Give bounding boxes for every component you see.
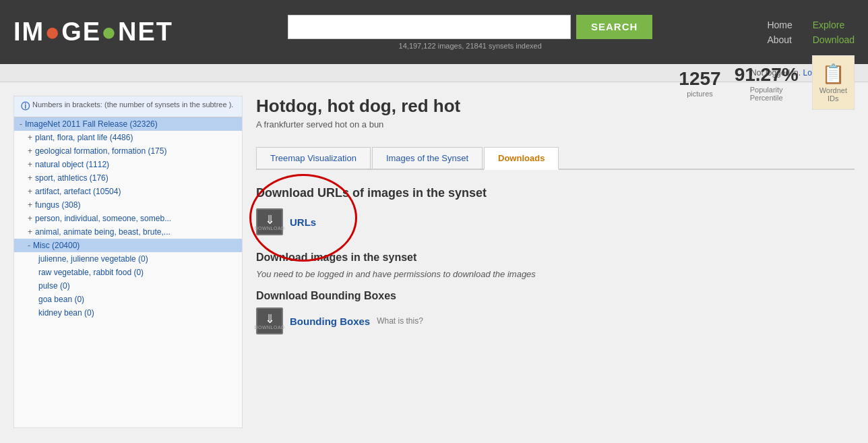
- tree-link[interactable]: plant, flora, plant life (4486): [35, 133, 133, 142]
- list-item[interactable]: - Misc (20400): [14, 239, 242, 252]
- list-item[interactable]: + natural object (1112): [14, 158, 242, 171]
- download-icon[interactable]: ⇓ DOWNLOAD: [256, 208, 283, 235]
- bbox-download-text-icon: DOWNLOAD: [254, 325, 284, 330]
- download-arrow-icon: ⇓: [265, 214, 275, 226]
- nav-col-2: Explore Download: [813, 20, 855, 45]
- tab-treemap[interactable]: Treemap Visualization: [256, 147, 371, 169]
- tabs: Treemap Visualization Images of the Syns…: [256, 140, 855, 170]
- bounding-boxes-label[interactable]: Bounding Boxes: [290, 316, 370, 327]
- wordnet-box: 📋 Wordnet IDs: [812, 55, 855, 110]
- tab-downloads[interactable]: Downloads: [484, 147, 559, 170]
- tree-link[interactable]: ImageNet 2011 Fall Release (32326): [25, 119, 158, 129]
- pictures-label: pictures: [679, 90, 720, 98]
- percentile-label: Percentile: [735, 94, 799, 102]
- list-item[interactable]: + fungus (308): [14, 198, 242, 212]
- download-text-icon: DOWNLOAD: [254, 226, 284, 231]
- pictures-stat: 1257 pictures: [679, 68, 720, 98]
- ids-label: IDs: [819, 94, 847, 102]
- tree-link[interactable]: artifact, artefact (10504): [35, 187, 121, 196]
- list-item[interactable]: + artifact, artefact (10504): [14, 185, 242, 198]
- bounding-boxes-row: ⇓ DOWNLOAD Bounding Boxes What is this?: [256, 307, 855, 334]
- tree-toggle[interactable]: +: [28, 133, 32, 142]
- what-is-this-text[interactable]: What is this?: [377, 316, 423, 326]
- header: IM●GE●NET SEARCH 14,197,122 images, 2184…: [0, 0, 868, 64]
- tree-link[interactable]: geological formation, formation (175): [35, 146, 166, 156]
- tree-toggle[interactable]: -: [28, 241, 30, 250]
- tree-link[interactable]: sport, athletics (176): [35, 173, 108, 183]
- tree-link[interactable]: animal, animate being, beast, brute,...: [35, 227, 170, 237]
- tree-link[interactable]: raw vegetable, rabbit food (0): [38, 268, 144, 277]
- download-urls-title: Download URLs of images in the synset: [256, 186, 855, 200]
- nav-download[interactable]: Download: [813, 34, 855, 45]
- list-item[interactable]: + geological formation, formation (175): [14, 144, 242, 158]
- bounding-boxes-icon[interactable]: ⇓ DOWNLOAD: [256, 307, 283, 334]
- sidebar-hint-text: Numbers in brackets: (the number of syns…: [32, 100, 233, 109]
- tree-link[interactable]: fungus (308): [35, 200, 80, 210]
- logo-text: IM●GE●NET: [13, 18, 173, 47]
- nav-home[interactable]: Home: [767, 20, 792, 30]
- info-icon: ⓘ: [21, 100, 30, 113]
- tree-link[interactable]: Misc (20400): [33, 241, 80, 250]
- tree-toggle[interactable]: +: [28, 227, 32, 237]
- list-item[interactable]: julienne, julienne vegetable (0): [14, 252, 242, 266]
- sidebar-scroll[interactable]: - ImageNet 2011 Fall Release (32326) + p…: [14, 117, 242, 427]
- tree-link[interactable]: goa bean (0): [38, 295, 84, 304]
- tree-toggle[interactable]: +: [28, 200, 32, 210]
- list-item[interactable]: - ImageNet 2011 Fall Release (32326): [14, 117, 242, 131]
- nav-about[interactable]: About: [767, 34, 792, 45]
- tree-toggle[interactable]: -: [20, 119, 22, 129]
- sidebar: ⓘ Numbers in brackets: (the number of sy…: [13, 96, 243, 428]
- list-item[interactable]: kidney bean (0): [14, 306, 242, 320]
- wordnet-label: Wordnet: [819, 86, 847, 94]
- bbox-download-arrow-icon: ⇓: [265, 313, 275, 325]
- wordnet-icon: 📋: [819, 63, 847, 85]
- list-item[interactable]: goa bean (0): [14, 293, 242, 306]
- tree-link[interactable]: kidney bean (0): [38, 308, 94, 318]
- nav-links: Home About Explore Download: [767, 20, 855, 45]
- tree-link[interactable]: pulse (0): [38, 281, 70, 291]
- tree-toggle[interactable]: +: [28, 146, 32, 156]
- search-row: SEARCH: [288, 15, 652, 39]
- download-urls-button[interactable]: ⇓ DOWNLOAD URLs: [256, 208, 316, 235]
- sidebar-hint: ⓘ Numbers in brackets: (the number of sy…: [14, 96, 242, 117]
- list-item[interactable]: + sport, athletics (176): [14, 171, 242, 185]
- popularity-stat: 91.27% Popularity Percentile: [735, 64, 799, 102]
- list-item[interactable]: + plant, flora, plant life (4486): [14, 131, 242, 144]
- search-stats: 14,197,122 images, 21841 synsets indexed: [399, 42, 542, 50]
- pictures-count: 1257: [679, 68, 720, 90]
- list-item[interactable]: raw vegetable, rabbit food (0): [14, 266, 242, 279]
- list-item[interactable]: + animal, animate being, beast, brute,..…: [14, 225, 242, 239]
- search-button[interactable]: SEARCH: [576, 15, 652, 39]
- tab-images[interactable]: Images of the Synset: [372, 147, 483, 169]
- logo-dot-g: ●: [101, 18, 118, 46]
- tree-link[interactable]: person, individual, someone, someb...: [35, 214, 171, 223]
- logo[interactable]: IM●GE●NET: [13, 18, 173, 47]
- downloads-section: Download URLs of images in the synset ⇓ …: [256, 181, 855, 340]
- login-notice: You need to be logged in and have permis…: [256, 269, 855, 279]
- tree-link[interactable]: natural object (1112): [35, 160, 109, 169]
- nav-col-1: Home About: [767, 20, 792, 45]
- tree-toggle[interactable]: +: [28, 160, 32, 169]
- popularity-value: 91.27%: [735, 64, 799, 86]
- nav-explore[interactable]: Explore: [813, 20, 855, 30]
- page-subtitle: A frankfurter served hot on a bun: [256, 119, 855, 129]
- list-item[interactable]: pulse (0): [14, 279, 242, 293]
- main-content: ⓘ Numbers in brackets: (the number of sy…: [0, 82, 868, 442]
- download-images-title: Download images in the synset: [256, 252, 855, 264]
- tree-toggle[interactable]: +: [28, 173, 32, 183]
- tree-toggle[interactable]: +: [28, 214, 32, 223]
- tree-link[interactable]: julienne, julienne vegetable (0): [38, 254, 148, 264]
- popularity-label: Popularity: [735, 86, 799, 94]
- search-area: SEARCH 14,197,122 images, 21841 synsets …: [288, 15, 652, 50]
- download-bboxes-title: Download Bounding Boxes: [256, 290, 855, 302]
- stats-bar: 1257 pictures 91.27% Popularity Percenti…: [679, 55, 855, 110]
- search-input[interactable]: [288, 15, 571, 39]
- logo-dot-i: ●: [44, 18, 61, 46]
- tree-toggle[interactable]: +: [28, 187, 32, 196]
- list-item[interactable]: + person, individual, someone, someb...: [14, 212, 242, 225]
- right-panel: 1257 pictures 91.27% Popularity Percenti…: [256, 96, 855, 428]
- urls-label[interactable]: URLs: [290, 216, 316, 228]
